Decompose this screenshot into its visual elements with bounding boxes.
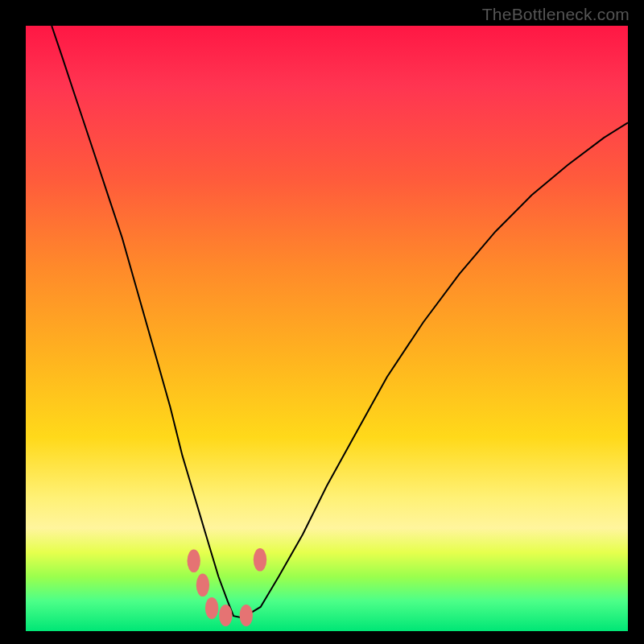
watermark-text: TheBottleneck.com [482, 5, 630, 24]
plot-area [26, 26, 628, 631]
